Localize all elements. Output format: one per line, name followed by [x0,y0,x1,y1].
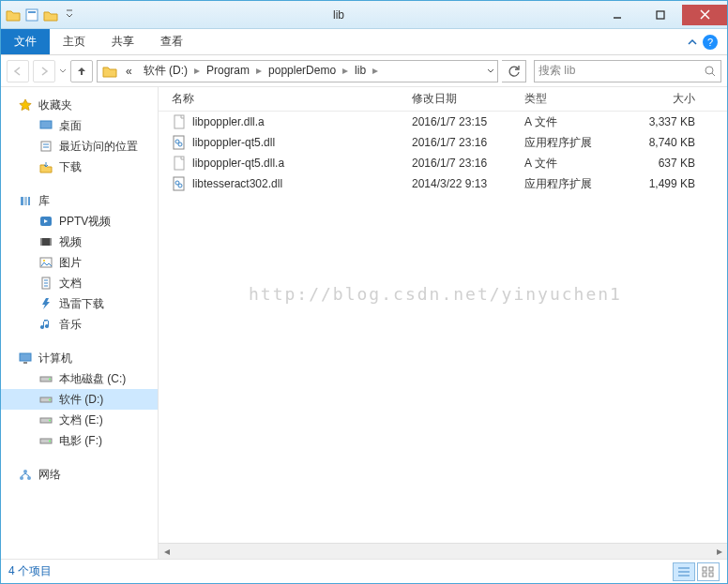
file-date: 2014/3/22 9:13 [412,177,524,190]
scroll-left-icon[interactable]: ◂ [159,544,174,560]
drive-icon [38,392,53,407]
item-icon [38,234,53,249]
sidebar-item[interactable]: 文档 (E:) [1,410,158,430]
maximize-button[interactable] [639,5,682,25]
sidebar-item[interactable]: 音乐 [1,314,158,335]
back-button[interactable] [7,60,29,82]
svg-point-21 [49,399,51,401]
file-row[interactable]: libpoppler.dll.a2016/1/7 23:15A 文件3,337 … [159,112,727,132]
file-icon [172,156,187,171]
sidebar-network[interactable]: 网络 [1,464,158,485]
drive-icon [38,371,53,386]
sidebar-favorites[interactable]: 收藏夹 [1,95,158,115]
window-title: lib [82,8,596,22]
chevron-right-icon[interactable]: ▸ [341,64,349,77]
sidebar-item[interactable]: 本地磁盘 (C:) [1,368,158,389]
breadcrumb-segment[interactable]: popplerDemo [263,64,341,77]
window-controls [596,5,727,25]
sidebar-item[interactable]: 桌面 [1,115,158,136]
sidebar-item[interactable]: PPTV视频 [1,211,158,232]
chevron-right-icon[interactable]: ▸ [372,64,379,77]
svg-point-19 [49,379,51,381]
svg-point-27 [20,476,23,480]
file-size: 637 KB [631,157,706,170]
svg-point-3 [705,67,713,74]
svg-rect-2 [657,11,664,19]
file-size: 3,337 KB [631,115,706,128]
title-bar: lib [1,1,727,29]
breadcrumb-segment[interactable]: lib [349,64,372,77]
file-date: 2016/1/7 23:16 [412,136,524,149]
file-list-pane: 名称 修改日期 类型 大小 libpoppler.dll.a2016/1/7 2… [159,87,727,559]
drive-icon [38,433,53,448]
file-row[interactable]: libpoppler-qt5.dll.a2016/1/7 23:16A 文件63… [159,153,727,173]
file-row[interactable]: libtesseract302.dll2014/3/22 9:13应用程序扩展1… [159,173,727,194]
close-button[interactable] [682,5,727,25]
forward-button[interactable] [33,60,55,82]
up-button[interactable] [70,60,93,82]
file-icon [172,135,187,150]
qat-dropdown-icon[interactable] [61,7,78,23]
expand-ribbon-icon[interactable] [688,37,697,47]
refresh-button[interactable] [502,60,526,82]
svg-rect-1 [28,11,36,13]
sidebar-item[interactable]: 最近访问的位置 [1,136,158,157]
column-name[interactable]: 名称 [172,91,412,107]
item-icon [38,139,53,154]
svg-point-23 [49,420,51,422]
svg-rect-8 [28,197,30,205]
svg-rect-17 [23,362,27,364]
column-type[interactable]: 类型 [524,91,631,107]
open-folder-icon[interactable] [42,7,59,23]
sidebar-computer[interactable]: 计算机 [1,348,158,368]
history-dropdown-icon[interactable] [59,67,67,75]
sidebar-item[interactable]: 电影 (F:) [1,430,158,451]
tab-home[interactable]: 主页 [50,29,99,54]
file-name: libpoppler-qt5.dll.a [192,157,284,170]
svg-rect-37 [703,567,706,571]
tab-file[interactable]: 文件 [1,29,50,54]
sidebar-item[interactable]: 下载 [1,157,158,177]
svg-rect-4 [40,121,52,128]
file-type: 应用程序扩展 [524,135,631,151]
minimize-button[interactable] [596,5,639,25]
file-icon [172,176,187,191]
horizontal-scrollbar[interactable]: ◂ ▸ [159,543,727,559]
sidebar-item[interactable]: 图片 [1,252,158,273]
properties-icon[interactable] [23,7,40,23]
column-date[interactable]: 修改日期 [412,91,524,107]
file-type: A 文件 [524,114,631,130]
details-view-button[interactable] [673,562,695,581]
search-icon [704,65,717,78]
svg-rect-0 [26,9,38,21]
column-size[interactable]: 大小 [631,91,706,107]
file-name: libpoppler-qt5.dll [192,136,275,149]
sidebar-libraries[interactable]: 库 [1,190,158,211]
scroll-right-icon[interactable]: ▸ [711,544,727,560]
chevron-right-icon[interactable]: ▸ [255,64,263,77]
file-size: 1,499 KB [631,177,706,190]
large-icons-view-button[interactable] [697,562,720,581]
crumb-prefix: « [120,65,138,78]
address-dropdown-icon[interactable] [486,67,495,76]
navigation-bar: « 软件 (D:)▸Program▸popplerDemo▸lib▸ 搜索 li… [1,55,727,87]
sidebar-item[interactable]: 迅雷下载 [1,293,158,314]
file-row[interactable]: libpoppler-qt5.dll2016/1/7 23:16应用程序扩展8,… [159,132,727,153]
breadcrumb-segment[interactable]: 软件 (D:) [138,64,193,77]
search-box[interactable]: 搜索 lib [534,60,721,82]
sidebar-item[interactable]: 文档 [1,273,158,293]
folder-icon [5,7,22,23]
help-icon[interactable]: ? [703,35,718,50]
item-icon [38,276,53,291]
item-icon [38,255,53,270]
breadcrumb-segment[interactable]: Program [201,64,255,77]
sidebar-item[interactable]: 视频 [1,232,158,252]
address-bar[interactable]: « 软件 (D:)▸Program▸popplerDemo▸lib▸ [97,60,498,82]
tab-share[interactable]: 共享 [99,29,147,54]
sidebar-item[interactable]: 软件 (D:) [1,389,158,410]
status-bar: 4 个项目 [1,559,727,583]
tab-view[interactable]: 查看 [147,29,196,54]
file-date: 2016/1/7 23:15 [412,115,524,128]
navigation-pane: 收藏夹 桌面最近访问的位置下载 库 PPTV视频视频图片文档迅雷下载音乐 计算机… [1,87,159,559]
chevron-right-icon[interactable]: ▸ [193,64,201,77]
